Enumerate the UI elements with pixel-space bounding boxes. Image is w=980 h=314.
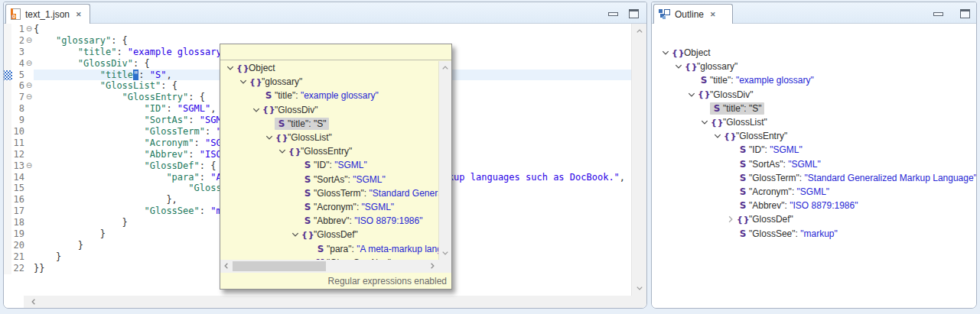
tree-row[interactable]: S"GlossSee": "markup" [652,226,976,240]
annotation-ruler-cell[interactable] [4,58,11,70]
expand-chevron-icon[interactable] [661,48,671,57]
annotation-ruler-cell[interactable] [4,70,11,81]
tree-row[interactable]: {}Object [220,61,438,75]
expand-chevron-icon[interactable] [700,118,710,127]
annotation-ruler-cell[interactable] [4,149,11,160]
line-number[interactable]: 17 [11,206,24,217]
scroll-up-arrow-icon[interactable] [634,26,645,37]
fold-collapse-icon[interactable]: ⊖ [24,58,34,70]
line-number[interactable]: 16 [11,194,24,206]
annotation-ruler-cell[interactable] [4,206,11,217]
line-number[interactable]: 8 [11,103,24,115]
code-text[interactable]: { [34,24,631,35]
expand-chevron-icon[interactable] [239,77,249,86]
editor-vertical-scrollbar[interactable] [631,24,646,296]
annotation-ruler-cell[interactable] [4,103,11,115]
tree-row[interactable]: {}"glossary" [652,60,976,73]
fold-collapse-icon[interactable]: ⊖ [24,35,34,47]
tree-row[interactable]: {}"glossary" [220,75,438,89]
outline-view-tab[interactable]: Outline ✕ [653,4,733,24]
annotation-ruler-cell[interactable] [4,183,11,194]
popup-vertical-scrollbar[interactable] [438,61,451,260]
minimize-button[interactable] [608,12,618,16]
annotation-ruler-cell[interactable] [4,172,11,183]
tree-row[interactable]: {}"GlossDef" [652,212,976,226]
scroll-down-arrow-icon[interactable] [440,248,451,258]
line-number[interactable]: 13 [11,160,24,172]
line-number[interactable]: 10 [11,126,24,138]
tree-row[interactable]: {}"GlossDiv" [652,88,976,102]
scroll-left-arrow-icon[interactable] [221,261,232,271]
annotation-ruler-cell[interactable] [4,126,11,138]
tree-row[interactable]: S"ID": "SGML" [220,158,438,172]
annotation-ruler-cell[interactable] [4,92,11,103]
line-number[interactable]: 19 [11,228,24,240]
line-number[interactable]: 12 [11,149,24,160]
maximize-button[interactable] [629,9,639,18]
tree-row[interactable]: S"title": "example glossary" [220,89,438,102]
fold-collapse-icon[interactable]: ⊖ [24,80,34,92]
line-number[interactable]: 9 [11,115,24,126]
line-number[interactable]: 4 [11,58,24,70]
expand-chevron-icon[interactable] [252,105,262,115]
editor-horizontal-scrollbar[interactable] [24,296,631,308]
annotation-ruler-cell[interactable] [4,35,11,47]
annotation-ruler-cell[interactable] [4,115,11,126]
expand-chevron-icon[interactable] [687,90,697,99]
tree-row[interactable]: {}"GlossEntry" [652,129,976,143]
annotation-ruler-cell[interactable] [4,80,11,92]
tree-row[interactable]: S"Acronym": "SGML" [220,200,438,214]
annotation-ruler-cell[interactable] [4,194,11,206]
annotation-ruler-cell[interactable] [4,240,11,251]
tree-row[interactable]: {}"GlossEntry" [220,144,438,158]
scrollbar-thumb[interactable] [233,261,326,271]
expand-chevron-icon[interactable] [713,131,723,141]
expand-chevron-icon[interactable] [291,230,301,239]
maximize-button[interactable] [960,9,970,18]
tree-row[interactable]: {}"GlossList" [220,131,438,144]
tree-row[interactable]: S"Abbrev": "ISO 8879:1986" [652,199,976,212]
tree-row[interactable]: S"para": "A meta-markup language, used t… [220,241,438,255]
popup-horizontal-scrollbar[interactable] [220,260,438,273]
tree-row[interactable]: S"SortAs": "SGML" [652,157,976,171]
expand-chevron-icon[interactable] [226,63,236,73]
annotation-ruler-cell[interactable] [4,24,11,35]
collapse-chevron-icon[interactable] [726,215,736,224]
tree-row[interactable]: S"Acronym": "SGML" [652,185,976,199]
expand-chevron-icon[interactable] [278,147,288,156]
tree-row[interactable]: S"title": "S" [220,117,438,131]
line-number[interactable]: 3 [11,47,24,58]
tree-row[interactable]: S"GlossTerm": "Standard Generalized Mark… [652,171,976,185]
line-number[interactable]: 7 [11,92,24,103]
tree-row[interactable]: S"title": "example glossary" [652,73,976,87]
annotation-ruler-cell[interactable] [4,263,11,274]
outline-tab-close-icon[interactable]: ✕ [708,10,718,19]
line-number[interactable]: 1 [11,24,24,35]
tree-row[interactable]: S"Abbrev": "ISO 8879:1986" [220,214,438,228]
code-line[interactable]: 1⊖{ [4,24,631,35]
annotation-ruler-cell[interactable] [4,251,11,263]
line-number[interactable]: 2 [11,35,24,47]
line-number[interactable]: 11 [11,138,24,149]
line-number[interactable]: 15 [11,183,24,194]
annotation-ruler-cell[interactable] [4,228,11,240]
line-number[interactable]: 22 [11,263,24,274]
expand-chevron-icon[interactable] [265,133,275,142]
tree-row[interactable]: S"ID": "SGML" [652,143,976,157]
tree-row[interactable]: {}"GlossList" [652,115,976,129]
minimize-button[interactable] [933,12,943,16]
line-number[interactable]: 20 [11,240,24,251]
annotation-ruler-cell[interactable] [4,47,11,58]
tree-row[interactable]: {}"GlossDiv" [220,103,438,117]
annotation-ruler-cell[interactable] [4,138,11,149]
editor-tab-close-icon[interactable]: ✕ [74,10,83,19]
editor-tab-text-1-json[interactable]: 0 text_1.json ✕ [5,4,90,24]
tree-row[interactable]: S"GlossTerm": "Standard Generalized Mark… [220,186,438,200]
line-number[interactable]: 18 [11,217,24,228]
tree-row[interactable]: S"title": "S" [652,102,976,115]
scroll-down-arrow-icon[interactable] [634,283,645,293]
scroll-up-arrow-icon[interactable] [440,63,451,73]
line-number[interactable]: 14 [11,172,24,183]
tree-row[interactable]: {}"GlossDef" [220,228,438,241]
scroll-left-arrow-icon[interactable] [28,296,39,307]
